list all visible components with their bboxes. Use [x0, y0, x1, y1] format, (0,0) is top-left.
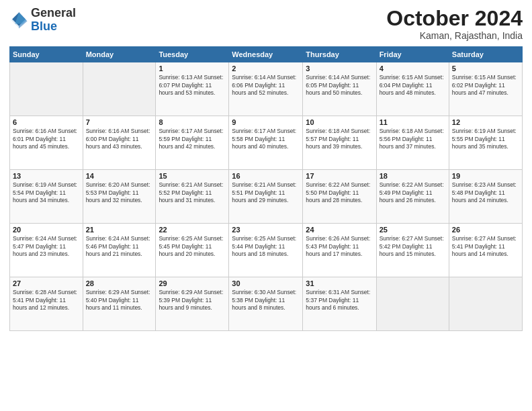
day-number: 27: [13, 279, 80, 287]
day-info: Sunrise: 6:27 AM Sunset: 5:41 PM Dayligh…: [452, 235, 519, 258]
day-number: 10: [306, 118, 373, 126]
day-info: Sunrise: 6:29 AM Sunset: 5:40 PM Dayligh…: [86, 289, 153, 312]
calendar-day-cell: 3Sunrise: 6:14 AM Sunset: 6:05 PM Daylig…: [303, 62, 376, 116]
day-info: Sunrise: 6:24 AM Sunset: 5:46 PM Dayligh…: [86, 235, 153, 258]
day-info: Sunrise: 6:28 AM Sunset: 5:41 PM Dayligh…: [13, 289, 80, 312]
calendar-day-cell: 12Sunrise: 6:19 AM Sunset: 5:55 PM Dayli…: [449, 116, 522, 170]
calendar-day-cell: 2Sunrise: 6:14 AM Sunset: 6:06 PM Daylig…: [229, 62, 303, 116]
calendar-day-cell: 11Sunrise: 6:18 AM Sunset: 5:56 PM Dayli…: [376, 116, 449, 170]
calendar-day-cell: 18Sunrise: 6:22 AM Sunset: 5:49 PM Dayli…: [376, 170, 449, 224]
calendar-day-cell: 7Sunrise: 6:16 AM Sunset: 6:00 PM Daylig…: [83, 116, 156, 170]
day-number: 16: [232, 172, 300, 180]
calendar-day-cell: 15Sunrise: 6:21 AM Sunset: 5:52 PM Dayli…: [156, 170, 229, 224]
logo-icon: [9, 11, 28, 30]
calendar-day-cell: 22Sunrise: 6:25 AM Sunset: 5:45 PM Dayli…: [156, 224, 229, 277]
day-info: Sunrise: 6:20 AM Sunset: 5:53 PM Dayligh…: [86, 181, 153, 204]
day-number: 31: [306, 279, 373, 287]
weekday-header: Wednesday: [229, 47, 303, 62]
day-info: Sunrise: 6:17 AM Sunset: 5:59 PM Dayligh…: [159, 128, 226, 150]
day-number: 28: [86, 279, 153, 287]
day-info: Sunrise: 6:31 AM Sunset: 5:37 PM Dayligh…: [306, 289, 373, 312]
day-info: Sunrise: 6:15 AM Sunset: 6:02 PM Dayligh…: [452, 74, 519, 97]
day-number: 19: [452, 172, 519, 180]
calendar-day-cell: [376, 277, 449, 331]
day-number: 24: [306, 226, 373, 234]
weekday-header: Thursday: [303, 47, 376, 62]
calendar-day-cell: 13Sunrise: 6:19 AM Sunset: 5:54 PM Dayli…: [10, 170, 83, 224]
day-info: Sunrise: 6:14 AM Sunset: 6:06 PM Dayligh…: [232, 74, 300, 97]
day-number: 17: [306, 172, 373, 180]
day-info: Sunrise: 6:26 AM Sunset: 5:43 PM Dayligh…: [306, 235, 373, 258]
calendar-day-cell: 8Sunrise: 6:17 AM Sunset: 5:59 PM Daylig…: [156, 116, 229, 170]
calendar-day-cell: 27Sunrise: 6:28 AM Sunset: 5:41 PM Dayli…: [10, 277, 83, 331]
calendar-day-cell: 25Sunrise: 6:27 AM Sunset: 5:42 PM Dayli…: [376, 224, 449, 277]
weekday-header: Sunday: [10, 47, 83, 62]
calendar-day-cell: 4Sunrise: 6:15 AM Sunset: 6:04 PM Daylig…: [376, 62, 449, 116]
weekday-header: Friday: [376, 47, 449, 62]
day-info: Sunrise: 6:27 AM Sunset: 5:42 PM Dayligh…: [380, 235, 446, 258]
day-info: Sunrise: 6:22 AM Sunset: 5:50 PM Dayligh…: [306, 181, 373, 204]
day-info: Sunrise: 6:18 AM Sunset: 5:56 PM Dayligh…: [380, 128, 446, 150]
day-info: Sunrise: 6:21 AM Sunset: 5:51 PM Dayligh…: [232, 181, 300, 204]
day-number: 6: [13, 118, 80, 126]
day-info: Sunrise: 6:16 AM Sunset: 6:00 PM Dayligh…: [86, 128, 153, 150]
page: General Blue October 2024 Kaman, Rajasth…: [0, 0, 532, 411]
day-number: 25: [380, 226, 446, 234]
logo: General Blue: [9, 7, 76, 34]
calendar-day-cell: 26Sunrise: 6:27 AM Sunset: 5:41 PM Dayli…: [449, 224, 522, 277]
calendar-week-row: 20Sunrise: 6:24 AM Sunset: 5:47 PM Dayli…: [10, 224, 523, 277]
header: General Blue October 2024 Kaman, Rajasth…: [9, 7, 523, 41]
calendar-week-row: 27Sunrise: 6:28 AM Sunset: 5:41 PM Dayli…: [10, 277, 523, 331]
month-title: October 2024: [386, 7, 523, 30]
calendar-day-cell: 9Sunrise: 6:17 AM Sunset: 5:58 PM Daylig…: [229, 116, 303, 170]
day-number: 1: [159, 64, 226, 73]
day-number: 5: [452, 64, 519, 73]
calendar-day-cell: 20Sunrise: 6:24 AM Sunset: 5:47 PM Dayli…: [10, 224, 83, 277]
day-number: 2: [232, 64, 300, 73]
calendar-day-cell: 29Sunrise: 6:29 AM Sunset: 5:39 PM Dayli…: [156, 277, 229, 331]
calendar-day-cell: 19Sunrise: 6:23 AM Sunset: 5:48 PM Dayli…: [449, 170, 522, 224]
location: Kaman, Rajasthan, India: [386, 30, 523, 41]
day-number: 14: [86, 172, 153, 180]
day-number: 7: [86, 118, 153, 126]
day-info: Sunrise: 6:22 AM Sunset: 5:49 PM Dayligh…: [380, 181, 446, 204]
day-number: 15: [159, 172, 226, 180]
day-number: 23: [232, 226, 300, 234]
day-info: Sunrise: 6:15 AM Sunset: 6:04 PM Dayligh…: [380, 74, 446, 97]
weekday-header: Monday: [83, 47, 156, 62]
day-number: 8: [159, 118, 226, 126]
calendar-day-cell: 10Sunrise: 6:18 AM Sunset: 5:57 PM Dayli…: [303, 116, 376, 170]
day-info: Sunrise: 6:19 AM Sunset: 5:55 PM Dayligh…: [452, 128, 519, 150]
calendar-day-cell: [83, 62, 156, 116]
calendar-day-cell: 28Sunrise: 6:29 AM Sunset: 5:40 PM Dayli…: [83, 277, 156, 331]
day-info: Sunrise: 6:21 AM Sunset: 5:52 PM Dayligh…: [159, 181, 226, 204]
day-info: Sunrise: 6:30 AM Sunset: 5:38 PM Dayligh…: [232, 289, 300, 312]
title-block: October 2024 Kaman, Rajasthan, India: [386, 7, 523, 41]
day-number: 29: [159, 279, 226, 287]
calendar-day-cell: 31Sunrise: 6:31 AM Sunset: 5:37 PM Dayli…: [303, 277, 376, 331]
calendar-day-cell: 24Sunrise: 6:26 AM Sunset: 5:43 PM Dayli…: [303, 224, 376, 277]
calendar-header-row: SundayMondayTuesdayWednesdayThursdayFrid…: [10, 47, 523, 62]
calendar-week-row: 6Sunrise: 6:16 AM Sunset: 6:01 PM Daylig…: [10, 116, 523, 170]
day-number: 3: [306, 64, 373, 73]
day-info: Sunrise: 6:13 AM Sunset: 6:07 PM Dayligh…: [159, 74, 226, 97]
day-number: 22: [159, 226, 226, 234]
calendar-day-cell: 14Sunrise: 6:20 AM Sunset: 5:53 PM Dayli…: [83, 170, 156, 224]
day-info: Sunrise: 6:18 AM Sunset: 5:57 PM Dayligh…: [306, 128, 373, 150]
calendar-day-cell: 17Sunrise: 6:22 AM Sunset: 5:50 PM Dayli…: [303, 170, 376, 224]
calendar-day-cell: 30Sunrise: 6:30 AM Sunset: 5:38 PM Dayli…: [229, 277, 303, 331]
calendar-week-row: 13Sunrise: 6:19 AM Sunset: 5:54 PM Dayli…: [10, 170, 523, 224]
day-number: 30: [232, 279, 300, 287]
day-number: 21: [86, 226, 153, 234]
day-number: 12: [452, 118, 519, 126]
day-number: 9: [232, 118, 300, 126]
day-info: Sunrise: 6:24 AM Sunset: 5:47 PM Dayligh…: [13, 235, 80, 258]
day-number: 13: [13, 172, 80, 180]
calendar: SundayMondayTuesdayWednesdayThursdayFrid…: [9, 46, 523, 331]
calendar-day-cell: [10, 62, 83, 116]
day-info: Sunrise: 6:16 AM Sunset: 6:01 PM Dayligh…: [13, 128, 80, 150]
calendar-day-cell: [449, 277, 522, 331]
day-number: 4: [380, 64, 446, 73]
calendar-day-cell: 6Sunrise: 6:16 AM Sunset: 6:01 PM Daylig…: [10, 116, 83, 170]
calendar-day-cell: 21Sunrise: 6:24 AM Sunset: 5:46 PM Dayli…: [83, 224, 156, 277]
